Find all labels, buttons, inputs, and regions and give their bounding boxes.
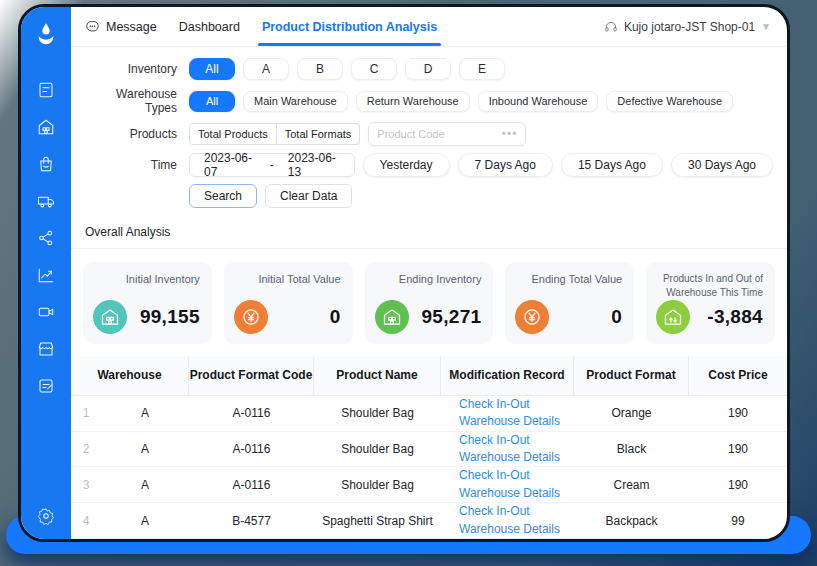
inventory-option-a[interactable]: A: [243, 58, 289, 80]
date-to: 2023-06-13: [288, 151, 340, 179]
card-label: Initial Total Value: [234, 272, 341, 287]
warehouse-types-filter-row: Warehouse Types All Main Warehouse Retur…: [85, 87, 773, 115]
warehouse-home-icon[interactable]: [37, 118, 55, 136]
cell-product-name: Spaghetti Strap Shirt: [314, 514, 441, 528]
distribution-table: Warehouse Product Format Code Product Na…: [71, 356, 787, 539]
date-from: 2023-06-07: [204, 151, 256, 179]
card-label: Products In and Out of Warehouse This Ti…: [656, 272, 763, 299]
inventory-option-e[interactable]: E: [459, 58, 505, 80]
header-cost-price: Cost Price: [689, 356, 787, 395]
warehouse-type-defective[interactable]: Defective Warehouse: [606, 91, 733, 112]
total-formats-segment[interactable]: Total Formats: [277, 123, 361, 145]
app-window: Message Dashboard Product Distribution A…: [18, 4, 790, 542]
warehouse-type-return[interactable]: Return Warehouse: [356, 91, 470, 112]
row-number: 2: [71, 442, 101, 456]
ellipsis-icon: •••: [502, 127, 518, 141]
cell-cost-price: 190: [689, 478, 787, 492]
inventory-filter-row: Inventory All A B C D E: [85, 58, 773, 80]
check-in-out-link[interactable]: Check In-Out Warehouse Details: [441, 503, 566, 538]
product-code-input[interactable]: [377, 128, 501, 140]
edit-note-icon[interactable]: [37, 377, 55, 395]
warehouse-arrows-icon: [656, 300, 690, 334]
products-label: Products: [85, 127, 177, 141]
cell-cost-price: 190: [689, 406, 787, 420]
user-name: Kujo jotaro-JST Shop-01: [624, 20, 755, 34]
check-in-out-link[interactable]: Check In-Out Warehouse Details: [441, 396, 566, 431]
storefront-icon[interactable]: [37, 340, 55, 358]
warehouse-type-main[interactable]: Main Warehouse: [243, 91, 348, 112]
card-initial-total-value: Initial Total Value 0: [224, 262, 353, 344]
yen-coin-icon: [234, 300, 268, 334]
share-network-icon[interactable]: [37, 229, 55, 247]
check-in-out-link[interactable]: Check In-Out Warehouse Details: [441, 467, 566, 502]
cell-cost-price: 99: [689, 514, 787, 528]
check-in-out-link[interactable]: Check In-Out Warehouse Details: [441, 432, 566, 467]
video-camera-icon[interactable]: [37, 303, 55, 321]
warehouse-types-label: Warehouse Types: [85, 87, 177, 115]
shopping-bag-icon[interactable]: [37, 155, 55, 173]
nav-dashboard[interactable]: Dashboard: [179, 7, 240, 46]
inventory-option-d[interactable]: D: [405, 58, 451, 80]
cell-format-code: A-0116: [189, 478, 314, 492]
cell-product-name: Shoulder Bag: [314, 406, 441, 420]
user-account-menu[interactable]: Kujo jotaro-JST Shop-01 ▼: [604, 20, 771, 34]
card-label: Ending Inventory: [375, 272, 482, 287]
warehouse-type-all[interactable]: All: [189, 91, 235, 112]
product-code-field[interactable]: •••: [368, 122, 526, 146]
nav-message[interactable]: Message: [85, 7, 157, 46]
table-row: 1 A A-0116 Shoulder Bag Check In-Out War…: [71, 396, 787, 432]
tab-product-distribution-analysis[interactable]: Product Distribution Analysis: [262, 7, 437, 46]
card-value: 0: [611, 306, 622, 328]
card-initial-inventory: Initial Inventory 99,155: [83, 262, 212, 344]
order-document-icon[interactable]: [37, 81, 55, 99]
action-buttons-row: Search Clear Data: [85, 184, 773, 208]
gear-icon[interactable]: [37, 507, 55, 525]
warehouse-icon: [93, 300, 127, 334]
date-range-picker[interactable]: 2023-06-07 - 2023-06-13: [189, 153, 355, 177]
cell-warehouse: A: [101, 514, 189, 528]
nav-message-label: Message: [106, 20, 157, 34]
header-product-format-code: Product Format Code: [189, 356, 314, 395]
stat-cards: Initial Inventory 99,155 Initial Total V…: [71, 249, 787, 356]
sidebar: [21, 7, 71, 539]
preset-yesterday[interactable]: Yesterday: [363, 153, 450, 177]
search-button[interactable]: Search: [189, 184, 257, 208]
table-row: 2 A A-0116 Shoulder Bag Check In-Out War…: [71, 432, 787, 468]
products-filter-row: Products Total Products Total Formats ••…: [85, 122, 773, 146]
cell-product-name: Shoulder Bag: [314, 442, 441, 456]
inventory-option-all[interactable]: All: [189, 58, 235, 80]
cell-format-code: B-4577: [189, 514, 314, 528]
clear-data-button[interactable]: Clear Data: [265, 184, 352, 208]
total-products-segment[interactable]: Total Products: [189, 123, 277, 145]
card-value: 99,155: [140, 306, 200, 328]
inventory-option-b[interactable]: B: [297, 58, 343, 80]
row-number: 4: [71, 514, 101, 528]
header-warehouse: Warehouse: [71, 356, 189, 395]
cell-cost-price: 190: [689, 442, 787, 456]
preset-15-days[interactable]: 15 Days Ago: [561, 153, 663, 177]
date-separator: -: [270, 158, 274, 172]
cell-product-format: Black: [574, 442, 689, 456]
header-modification-record: Modification Record: [441, 356, 574, 395]
preset-30-days[interactable]: 30 Days Ago: [671, 153, 773, 177]
trend-chart-icon[interactable]: [37, 266, 55, 284]
card-label: Initial Inventory: [93, 272, 200, 287]
topbar: Message Dashboard Product Distribution A…: [71, 7, 787, 47]
cell-warehouse: A: [101, 442, 189, 456]
chevron-down-icon: ▼: [761, 21, 771, 32]
truck-icon[interactable]: [37, 192, 55, 210]
nav-dashboard-label: Dashboard: [179, 20, 240, 34]
time-label: Time: [85, 158, 177, 172]
table-row: 3 A A-0116 Shoulder Bag Check In-Out War…: [71, 467, 787, 503]
yen-coin-icon: [515, 300, 549, 334]
warehouse-type-inbound[interactable]: Inbound Warehouse: [478, 91, 599, 112]
preset-7-days[interactable]: 7 Days Ago: [458, 153, 553, 177]
active-tab-label: Product Distribution Analysis: [262, 20, 437, 34]
warehouse-icon: [375, 300, 409, 334]
card-value: 95,271: [421, 306, 481, 328]
inventory-option-c[interactable]: C: [351, 58, 397, 80]
cell-product-format: Cream: [574, 478, 689, 492]
cell-warehouse: A: [101, 478, 189, 492]
app-logo-icon: [33, 21, 59, 51]
row-number: 1: [71, 406, 101, 420]
